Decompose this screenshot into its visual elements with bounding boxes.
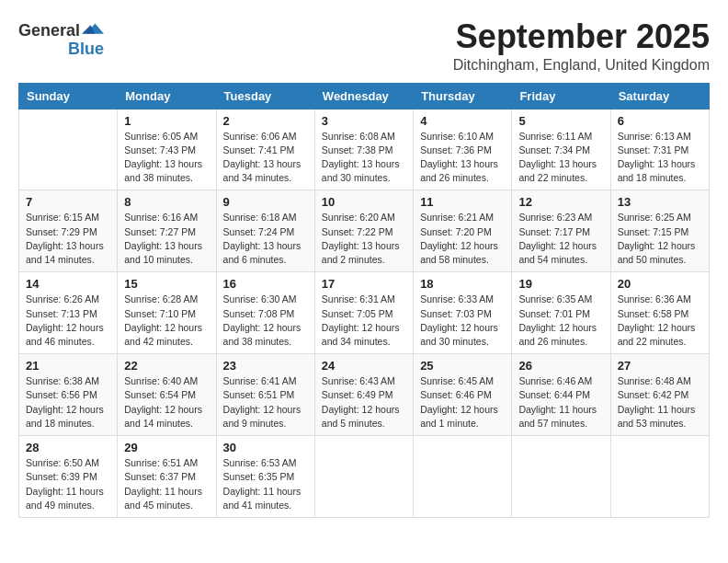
day-number: 2 (223, 114, 308, 128)
calendar-cell: 6Sunrise: 6:13 AM Sunset: 7:31 PM Daylig… (610, 109, 709, 190)
day-number: 24 (322, 359, 406, 373)
calendar-table: SundayMondayTuesdayWednesdayThursdayFrid… (18, 83, 710, 518)
logo-general-text: General (18, 22, 80, 40)
calendar-cell: 2Sunrise: 6:06 AM Sunset: 7:41 PM Daylig… (216, 109, 314, 190)
calendar-cell: 3Sunrise: 6:08 AM Sunset: 7:38 PM Daylig… (314, 109, 413, 190)
day-number: 30 (223, 441, 308, 454)
weekday-header-saturday: Saturday (610, 83, 709, 109)
day-info: Sunrise: 6:40 AM Sunset: 6:54 PM Dayligh… (124, 374, 209, 431)
calendar-cell (512, 436, 610, 518)
day-number: 1 (124, 114, 209, 128)
week-row-4: 21Sunrise: 6:38 AM Sunset: 6:56 PM Dayli… (19, 354, 710, 436)
day-number: 6 (618, 114, 702, 128)
day-info: Sunrise: 6:23 AM Sunset: 7:17 PM Dayligh… (518, 211, 603, 267)
day-info: Sunrise: 6:20 AM Sunset: 7:22 PM Dayligh… (322, 211, 406, 267)
day-number: 18 (420, 277, 505, 291)
day-info: Sunrise: 6:41 AM Sunset: 6:51 PM Dayligh… (223, 374, 308, 431)
day-info: Sunrise: 6:06 AM Sunset: 7:41 PM Dayligh… (223, 130, 308, 186)
day-info: Sunrise: 6:51 AM Sunset: 6:37 PM Dayligh… (124, 456, 209, 512)
calendar-cell: 21Sunrise: 6:38 AM Sunset: 6:56 PM Dayli… (19, 354, 118, 436)
calendar-cell: 15Sunrise: 6:28 AM Sunset: 7:10 PM Dayli… (118, 272, 216, 354)
calendar-cell (610, 436, 709, 518)
day-number: 3 (322, 114, 406, 128)
calendar-cell (19, 109, 118, 190)
calendar-cell: 4Sunrise: 6:10 AM Sunset: 7:36 PM Daylig… (414, 109, 512, 190)
weekday-header-thursday: Thursday (414, 83, 512, 109)
day-number: 10 (322, 195, 406, 209)
day-number: 28 (26, 441, 110, 454)
weekday-header-friday: Friday (512, 83, 610, 109)
day-info: Sunrise: 6:16 AM Sunset: 7:27 PM Dayligh… (124, 211, 209, 267)
week-row-1: 1Sunrise: 6:05 AM Sunset: 7:43 PM Daylig… (19, 109, 710, 190)
calendar-cell: 12Sunrise: 6:23 AM Sunset: 7:17 PM Dayli… (512, 190, 610, 272)
calendar-cell: 25Sunrise: 6:45 AM Sunset: 6:46 PM Dayli… (414, 354, 512, 436)
day-number: 26 (518, 359, 603, 373)
calendar-cell (414, 436, 512, 518)
logo-blue-text: Blue (68, 40, 104, 59)
day-number: 25 (420, 359, 505, 373)
calendar-cell: 1Sunrise: 6:05 AM Sunset: 7:43 PM Daylig… (118, 109, 216, 190)
day-info: Sunrise: 6:35 AM Sunset: 7:01 PM Dayligh… (518, 293, 603, 349)
calendar-cell: 16Sunrise: 6:30 AM Sunset: 7:08 PM Dayli… (216, 272, 314, 354)
day-number: 22 (124, 359, 209, 373)
day-number: 4 (420, 114, 505, 128)
day-info: Sunrise: 6:08 AM Sunset: 7:38 PM Dayligh… (322, 130, 406, 186)
day-info: Sunrise: 6:21 AM Sunset: 7:20 PM Dayligh… (420, 211, 505, 267)
calendar-cell: 18Sunrise: 6:33 AM Sunset: 7:03 PM Dayli… (414, 272, 512, 354)
day-info: Sunrise: 6:50 AM Sunset: 6:39 PM Dayligh… (26, 456, 110, 512)
day-info: Sunrise: 6:36 AM Sunset: 6:58 PM Dayligh… (618, 293, 702, 349)
day-number: 20 (618, 277, 702, 291)
day-number: 5 (518, 114, 603, 128)
day-info: Sunrise: 6:11 AM Sunset: 7:34 PM Dayligh… (518, 130, 603, 186)
weekday-header-sunday: Sunday (19, 83, 118, 109)
location-text: Ditchingham, England, United Kingdom (453, 57, 710, 74)
title-block: September 2025 Ditchingham, England, Uni… (453, 18, 710, 74)
month-title: September 2025 (453, 18, 710, 55)
day-number: 15 (124, 277, 209, 291)
day-number: 17 (322, 277, 406, 291)
calendar-cell: 27Sunrise: 6:48 AM Sunset: 6:42 PM Dayli… (610, 354, 709, 436)
day-number: 8 (124, 195, 209, 209)
weekday-header-tuesday: Tuesday (216, 83, 314, 109)
calendar-cell: 28Sunrise: 6:50 AM Sunset: 6:39 PM Dayli… (19, 436, 118, 518)
calendar-cell: 14Sunrise: 6:26 AM Sunset: 7:13 PM Dayli… (19, 272, 118, 354)
calendar-cell: 30Sunrise: 6:53 AM Sunset: 6:35 PM Dayli… (216, 436, 314, 518)
day-number: 9 (223, 195, 308, 209)
day-info: Sunrise: 6:10 AM Sunset: 7:36 PM Dayligh… (420, 130, 505, 186)
day-number: 23 (223, 359, 308, 373)
day-number: 19 (518, 277, 603, 291)
weekday-header-row: SundayMondayTuesdayWednesdayThursdayFrid… (19, 83, 710, 109)
day-info: Sunrise: 6:31 AM Sunset: 7:05 PM Dayligh… (322, 293, 406, 349)
day-info: Sunrise: 6:45 AM Sunset: 6:46 PM Dayligh… (420, 374, 505, 431)
day-info: Sunrise: 6:53 AM Sunset: 6:35 PM Dayligh… (223, 456, 308, 512)
calendar-cell: 19Sunrise: 6:35 AM Sunset: 7:01 PM Dayli… (512, 272, 610, 354)
day-info: Sunrise: 6:18 AM Sunset: 7:24 PM Dayligh… (223, 211, 308, 267)
day-info: Sunrise: 6:05 AM Sunset: 7:43 PM Dayligh… (124, 130, 209, 186)
page-header: General Blue September 2025 Ditchingham,… (18, 18, 710, 74)
calendar-cell (314, 436, 413, 518)
calendar-cell: 20Sunrise: 6:36 AM Sunset: 6:58 PM Dayli… (610, 272, 709, 354)
day-number: 29 (124, 441, 209, 454)
day-number: 16 (223, 277, 308, 291)
calendar-cell: 17Sunrise: 6:31 AM Sunset: 7:05 PM Dayli… (314, 272, 413, 354)
day-info: Sunrise: 6:13 AM Sunset: 7:31 PM Dayligh… (618, 130, 702, 186)
week-row-5: 28Sunrise: 6:50 AM Sunset: 6:39 PM Dayli… (19, 436, 710, 518)
calendar-cell: 7Sunrise: 6:15 AM Sunset: 7:29 PM Daylig… (19, 190, 118, 272)
weekday-header-wednesday: Wednesday (314, 83, 413, 109)
calendar-cell: 10Sunrise: 6:20 AM Sunset: 7:22 PM Dayli… (314, 190, 413, 272)
day-info: Sunrise: 6:15 AM Sunset: 7:29 PM Dayligh… (26, 211, 110, 267)
calendar-cell: 26Sunrise: 6:46 AM Sunset: 6:44 PM Dayli… (512, 354, 610, 436)
calendar-cell: 5Sunrise: 6:11 AM Sunset: 7:34 PM Daylig… (512, 109, 610, 190)
week-row-3: 14Sunrise: 6:26 AM Sunset: 7:13 PM Dayli… (19, 272, 710, 354)
logo: General Blue (18, 18, 104, 59)
day-info: Sunrise: 6:25 AM Sunset: 7:15 PM Dayligh… (618, 211, 702, 267)
day-number: 11 (420, 195, 505, 209)
weekday-header-monday: Monday (118, 83, 216, 109)
day-info: Sunrise: 6:43 AM Sunset: 6:49 PM Dayligh… (322, 374, 406, 431)
day-info: Sunrise: 6:33 AM Sunset: 7:03 PM Dayligh… (420, 293, 505, 349)
day-info: Sunrise: 6:38 AM Sunset: 6:56 PM Dayligh… (26, 374, 110, 431)
day-number: 12 (518, 195, 603, 209)
calendar-cell: 11Sunrise: 6:21 AM Sunset: 7:20 PM Dayli… (414, 190, 512, 272)
calendar-cell: 29Sunrise: 6:51 AM Sunset: 6:37 PM Dayli… (118, 436, 216, 518)
day-number: 21 (26, 359, 110, 373)
